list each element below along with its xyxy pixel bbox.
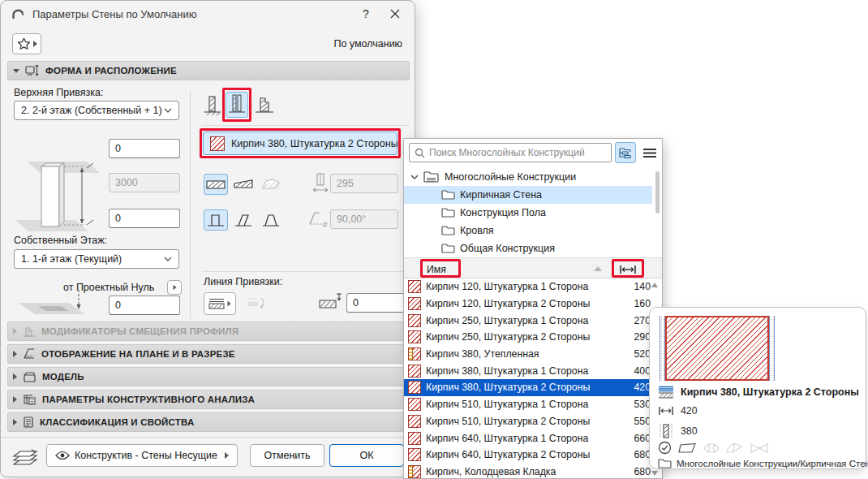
collapse-arrow-icon: [13, 69, 19, 73]
slant-single-button[interactable]: [231, 209, 256, 231]
scroll-up-icon[interactable]: [651, 283, 658, 287]
composite-list-item[interactable]: Кирпич 250, Штукатурка 1 Сторона 270: [404, 312, 662, 329]
composite-list-item[interactable]: Кирпич 640, Штукатурка 2 Стороны 680: [404, 447, 662, 464]
width-column-icon[interactable]: [619, 265, 637, 274]
wall-structure-profile-button[interactable]: [254, 93, 275, 118]
composite-swatch: [408, 465, 421, 478]
composites-popup: Многослойные Конструкции Кирпичная Стена…: [403, 138, 663, 479]
base-offset-field[interactable]: [109, 296, 180, 315]
composite-item-name: Кирпич 250, Штукатурка 2 Стороны: [426, 331, 617, 343]
scroll-down-icon[interactable]: [651, 471, 658, 476]
home-storey-value: 1. 1-й этаж (Текущий): [21, 253, 164, 265]
composite-swatch: [408, 297, 421, 310]
accordion-section[interactable]: ОТОБРАЖЕНИЕ НА ПЛАНЕ И В РАЗРЕЗЕ: [7, 344, 410, 364]
reference-offset-field[interactable]: [346, 293, 410, 313]
tree-folder[interactable]: Общая Конструкция: [404, 240, 652, 257]
flyout-arrow-icon: [33, 41, 37, 47]
close-button[interactable]: [380, 3, 410, 24]
accordion-section[interactable]: МОДИФИКАТОРЫ СМЕЩЕНИЯ ПРОФИЛЯ: [7, 321, 410, 341]
composite-list-item[interactable]: Кирпич 510, Штукатурка 2 Стороны 550: [404, 413, 662, 430]
geometry-straight-button[interactable]: [204, 174, 228, 195]
composite-list-item[interactable]: Кирпич 120, Штукатурка 1 Сторона 140: [404, 278, 662, 296]
tree-root[interactable]: Многослойные Конструкции: [404, 168, 652, 186]
star-icon: [17, 37, 31, 50]
composite-item-width: 270: [621, 315, 651, 326]
home-storey-select[interactable]: 1. 1-й этаж (Текущий): [14, 249, 179, 269]
composite-list-item[interactable]: Кирпич 250, Штукатурка 2 Стороны 290: [404, 329, 662, 346]
composite-name: Кирпич 380, Штукатурка 2 Стороны: [231, 138, 398, 149]
tree-folder[interactable]: Кирпичная Стена: [404, 186, 652, 204]
composite-item-width: 680: [621, 466, 651, 477]
composites-list: Кирпич 120, Штукатурка 1 Сторона 140 Кир…: [404, 278, 662, 479]
geometry-polygon-button[interactable]: [259, 174, 283, 195]
archicad-logo-icon: [11, 6, 25, 21]
name-column-header[interactable]: Имя: [427, 264, 446, 275]
composite-swatch: [408, 448, 421, 461]
wall-preview-image: [9, 155, 105, 240]
expand-arrow-icon: [13, 396, 17, 403]
profile-wall-icon: [255, 95, 274, 116]
home-storey-label: Собственный Этаж:: [14, 235, 107, 246]
cancel-button[interactable]: Отменить: [250, 444, 324, 467]
section-shape-position[interactable]: ФОРМА И РАСПОЛОЖЕНИЕ: [7, 61, 410, 80]
composite-item-name: Кирпич 250, Штукатурка 1 Сторона: [426, 315, 617, 326]
composite-list-item[interactable]: Кирпич, Колодцевая Кладка 680: [404, 464, 662, 479]
search-box[interactable]: [409, 143, 612, 162]
ok-button[interactable]: ОК: [329, 444, 404, 467]
composite-list-item[interactable]: Кирпич 120, Штукатурка 2 Стороны 160: [404, 296, 662, 313]
accordion-section[interactable]: ПАРАМЕТРЫ КОНСТРУКТИВНОГО АНАЛИЗА: [7, 390, 410, 409]
default-state-label: По умолчанию: [333, 38, 402, 50]
wall-structure-composite-button[interactable]: [226, 92, 248, 118]
tree-folder-label: Кровля: [460, 225, 494, 236]
composite-item-width: 550: [621, 416, 651, 427]
composite-list-item[interactable]: Кирпич 380, Утепленная 520: [404, 346, 662, 363]
tree-view-toggle[interactable]: [615, 142, 636, 163]
top-link-select[interactable]: 2. 2-й этаж (Собственный + 1): [14, 101, 179, 120]
screen: Параметры Стены по Умолчанию ? По умолча…: [0, 0, 868, 479]
chevron-down-icon: [164, 257, 172, 261]
list-header: Имя: [404, 257, 662, 278]
accordion-section[interactable]: КЛАССИФИКАЦИЯ И СВОЙСТВА: [7, 412, 410, 432]
close-icon: [390, 9, 400, 19]
layer-name: Конструктив - Стены Несущие: [75, 450, 220, 461]
sort-ascending-icon[interactable]: [594, 266, 602, 271]
flyout-arrow-icon: [228, 301, 231, 306]
polygon-wall-icon: [261, 179, 281, 190]
wall-structure-basic-button[interactable]: [202, 93, 223, 118]
roof-usage-icon: [750, 442, 769, 455]
search-input[interactable]: [429, 147, 606, 158]
top-offset-field[interactable]: [109, 139, 180, 158]
composite-list-item[interactable]: Кирпич 640, Штукатурка 1 Сторона 660: [404, 429, 662, 447]
top-link-value: 2. 2-й этаж (Собственный + 1): [21, 105, 164, 116]
straight-wall-icon: [206, 179, 226, 190]
geometry-trapezoid-button[interactable]: [231, 174, 256, 195]
list-view-toggle[interactable]: [639, 142, 660, 163]
composite-item-width: 680: [621, 449, 651, 460]
expand-arrow-icon: [13, 373, 17, 380]
shape-position-icon: [25, 64, 40, 77]
slant-vertical-button[interactable]: [204, 209, 228, 231]
composite-picker-button[interactable]: Кирпич 380, Штукатурка 2 Стороны: [203, 132, 397, 155]
core-width-icon: [658, 423, 674, 439]
bottom-offset-field[interactable]: [109, 209, 180, 228]
composite-type-icon: [658, 386, 674, 399]
divider: [2, 437, 415, 438]
accordion-section[interactable]: МОДЕЛЬ: [7, 367, 410, 386]
composite-list-item[interactable]: Кирпич 380, Штукатурка 2 Стороны 420: [404, 379, 662, 396]
tree-folder[interactable]: Конструкция Пола: [404, 204, 652, 222]
help-button[interactable]: ?: [351, 3, 380, 24]
composite-swatch: [408, 280, 421, 293]
composite-item-name: Кирпич 510, Штукатурка 2 Стороны: [426, 416, 617, 427]
wall-width-field: [330, 174, 398, 193]
flyout-arrow-icon: [173, 285, 176, 290]
composite-list-item[interactable]: Кирпич 380, Штукатурка 1 Сторона 400: [404, 362, 662, 379]
section-title: МОДЕЛЬ: [42, 372, 84, 382]
favorites-button[interactable]: [12, 33, 41, 54]
tree-scrollbar[interactable]: [655, 171, 660, 214]
layer-select-button[interactable]: Конструктив - Стены Несущие: [46, 444, 238, 467]
slant-double-button[interactable]: [259, 209, 283, 231]
composite-list-item[interactable]: Кирпич 510, Штукатурка 1 Сторона 530: [404, 396, 662, 413]
reference-line-position-button[interactable]: [204, 292, 236, 315]
base-reference-flyout-button[interactable]: [167, 280, 182, 295]
tree-folder[interactable]: Кровля: [404, 222, 652, 240]
